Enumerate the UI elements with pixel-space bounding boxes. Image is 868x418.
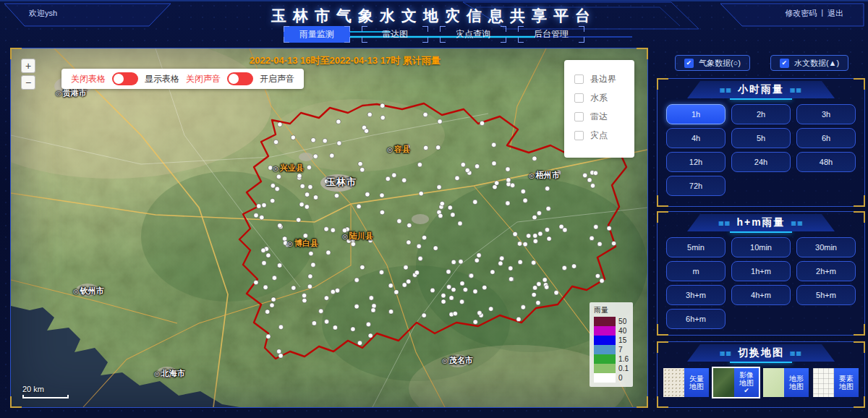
rain-station-dot[interactable] bbox=[277, 263, 281, 268]
rain-station-dot[interactable] bbox=[594, 225, 598, 229]
rain-station-dot[interactable] bbox=[430, 288, 435, 292]
rain-station-dot[interactable] bbox=[297, 174, 302, 178]
rain-station-dot[interactable] bbox=[547, 236, 551, 241]
rain-station-dot[interactable] bbox=[554, 291, 558, 295]
rain-station-dot[interactable] bbox=[380, 103, 385, 108]
rain-station-dot[interactable] bbox=[583, 173, 587, 177]
rain-station-dot[interactable] bbox=[423, 112, 427, 116]
rain-station-dot[interactable] bbox=[331, 228, 335, 232]
tab-4[interactable]: 后台管理 bbox=[518, 26, 584, 43]
rain-station-dot[interactable] bbox=[299, 202, 304, 207]
rain-station-dot[interactable] bbox=[263, 285, 268, 289]
logout-link[interactable]: 退出 bbox=[827, 8, 843, 19]
rain-station-dot[interactable] bbox=[271, 198, 275, 202]
rain-station-dot[interactable] bbox=[489, 307, 493, 311]
rain-station-dot[interactable] bbox=[437, 185, 441, 189]
rain-station-dot[interactable] bbox=[498, 261, 503, 265]
rain-station-dot[interactable] bbox=[324, 227, 328, 231]
rain-station-dot[interactable] bbox=[262, 261, 266, 265]
rain-station-dot[interactable] bbox=[334, 193, 339, 197]
range-button-48h[interactable]: 48h bbox=[796, 152, 856, 172]
range-button-24h[interactable]: 24h bbox=[731, 152, 791, 172]
rain-station-dot[interactable] bbox=[495, 181, 499, 185]
rain-station-dot[interactable] bbox=[517, 242, 522, 246]
rain-station-dot[interactable] bbox=[451, 260, 456, 264]
rain-station-dot[interactable] bbox=[521, 305, 525, 310]
rain-station-dot[interactable] bbox=[532, 292, 536, 297]
rain-station-dot[interactable] bbox=[300, 184, 305, 188]
rain-station-dot[interactable] bbox=[254, 280, 258, 284]
rain-station-dot[interactable] bbox=[438, 119, 442, 124]
rain-station-dot[interactable] bbox=[271, 184, 275, 188]
rain-station-dot[interactable] bbox=[402, 283, 407, 287]
rain-station-dot[interactable] bbox=[510, 183, 514, 187]
rain-station-dot[interactable] bbox=[500, 256, 504, 260]
layer-row-2[interactable]: 水系 bbox=[574, 92, 634, 104]
layer-row-1[interactable]: 县边界 bbox=[574, 73, 634, 85]
rain-station-dot[interactable] bbox=[473, 320, 477, 324]
zoom-out-button[interactable]: − bbox=[21, 75, 35, 90]
rain-station-dot[interactable] bbox=[477, 253, 481, 257]
rain-station-dot[interactable] bbox=[458, 221, 462, 226]
tab-2[interactable]: 雷达图 bbox=[362, 26, 428, 43]
rain-station-dot[interactable] bbox=[313, 195, 318, 200]
range-button-1h[interactable]: 1h bbox=[666, 104, 726, 124]
range-button-3h[interactable]: 3h bbox=[796, 104, 856, 124]
rain-station-dot[interactable] bbox=[473, 289, 477, 294]
tab-1[interactable]: 雨量监测 bbox=[284, 26, 350, 43]
rain-station-dot[interactable] bbox=[335, 289, 339, 293]
rain-station-dot[interactable] bbox=[366, 322, 370, 326]
rain-station-dot[interactable] bbox=[597, 242, 602, 246]
rain-station-dot[interactable] bbox=[590, 236, 594, 240]
rain-station-dot[interactable] bbox=[278, 122, 282, 127]
rain-station-dot[interactable] bbox=[354, 278, 359, 282]
rain-station-dot[interactable] bbox=[492, 161, 496, 166]
rain-station-dot[interactable] bbox=[536, 301, 540, 305]
rain-station-dot[interactable] bbox=[532, 156, 537, 161]
rain-station-dot[interactable] bbox=[407, 240, 411, 244]
rain-station-dot[interactable] bbox=[545, 228, 549, 232]
rain-station-dot[interactable] bbox=[330, 153, 334, 158]
map-type-option-4[interactable]: 要素地图 bbox=[813, 368, 859, 397]
rain-station-dot[interactable] bbox=[518, 260, 522, 264]
rain-station-dot[interactable] bbox=[261, 248, 265, 252]
rain-station-dot[interactable] bbox=[441, 299, 446, 304]
rain-station-dot[interactable] bbox=[407, 279, 411, 283]
rain-station-dot[interactable] bbox=[291, 135, 295, 140]
rain-station-dot[interactable] bbox=[308, 184, 312, 189]
rain-station-dot[interactable] bbox=[333, 325, 337, 330]
rain-station-dot[interactable] bbox=[310, 243, 315, 247]
rain-station-dot[interactable] bbox=[523, 242, 527, 247]
rain-station-dot[interactable] bbox=[277, 349, 281, 354]
rain-station-dot[interactable] bbox=[394, 290, 399, 294]
rain-station-dot[interactable] bbox=[446, 270, 451, 274]
rain-station-dot[interactable] bbox=[587, 178, 592, 182]
rain-station-dot[interactable] bbox=[461, 163, 465, 167]
rain-station-dot[interactable] bbox=[311, 138, 315, 142]
range-button-5h+m[interactable]: 5h+m bbox=[796, 285, 856, 305]
rain-station-dot[interactable] bbox=[266, 334, 271, 338]
rain-station-dot[interactable] bbox=[406, 145, 410, 149]
rain-station-dot[interactable] bbox=[397, 219, 401, 223]
rain-station-dot[interactable] bbox=[523, 198, 527, 202]
rain-station-dot[interactable] bbox=[404, 265, 408, 270]
rain-station-dot[interactable] bbox=[270, 303, 274, 307]
rain-station-dot[interactable] bbox=[533, 234, 537, 238]
rain-station-dot[interactable] bbox=[273, 140, 278, 144]
rain-station-dot[interactable] bbox=[388, 310, 393, 314]
checkbox-icon[interactable] bbox=[574, 131, 584, 140]
rain-station-dot[interactable] bbox=[545, 285, 549, 289]
rain-station-dot[interactable] bbox=[595, 273, 600, 278]
range-button-4h[interactable]: 4h bbox=[666, 128, 726, 148]
rain-station-dot[interactable] bbox=[305, 192, 309, 197]
range-button-6h[interactable]: 6h bbox=[796, 128, 856, 148]
rain-station-dot[interactable] bbox=[372, 304, 376, 308]
rain-station-dot[interactable] bbox=[360, 265, 365, 269]
rain-station-dot[interactable] bbox=[402, 178, 407, 182]
rain-station-dot[interactable] bbox=[308, 274, 312, 278]
rain-station-dot[interactable] bbox=[336, 119, 341, 124]
rain-station-dot[interactable] bbox=[516, 317, 521, 321]
rain-station-dot[interactable] bbox=[506, 167, 510, 171]
rain-station-dot[interactable] bbox=[436, 145, 441, 150]
rain-station-dot[interactable] bbox=[276, 174, 281, 179]
